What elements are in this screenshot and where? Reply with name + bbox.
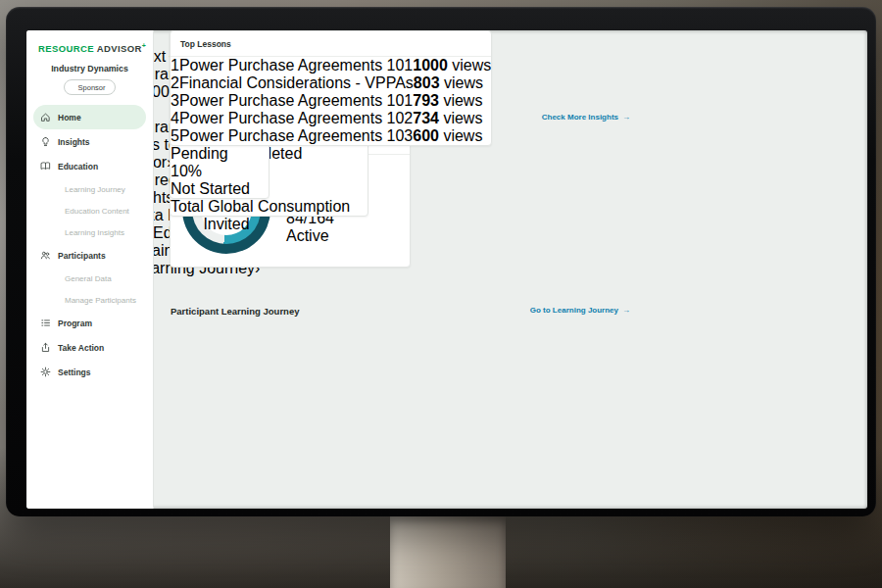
- lesson-views: 793 views: [413, 92, 482, 109]
- top-lessons-list: 1Power Purchase Agreements 1011000 views…: [171, 57, 491, 145]
- sidebar-item-participants[interactable]: Participants: [33, 243, 146, 268]
- main-content: Welcome, Industry Dynamics Program: Indu…: [170, 30, 632, 509]
- lesson-rank: 4: [171, 110, 179, 126]
- sidebar-item-program[interactable]: Program: [33, 311, 146, 335]
- top-lessons-card: Top Lessons 1Power Purchase Agreements 1…: [170, 30, 492, 146]
- lesson-row: 4Power Purchase Agreements 102734 views: [171, 110, 491, 127]
- sponsor-badge[interactable]: Sponsor: [64, 79, 117, 95]
- lesson-title-link[interactable]: Financial Considerations - VPPAs: [179, 74, 414, 91]
- lesson-rank: 2: [171, 74, 179, 91]
- lesson-views: 803 views: [414, 74, 483, 91]
- sidebar-item-home[interactable]: Home: [33, 105, 146, 129]
- dashboard-screen: RESOURCE ADVISOR+ Industry Dynamics Spon…: [26, 30, 867, 509]
- sidebar-item-label: Insights: [58, 137, 90, 147]
- take-action-icon: [40, 342, 51, 353]
- sidebar-nav: HomeInsightsEducationLearning JourneyEdu…: [26, 105, 153, 384]
- monitor-stand: [390, 514, 506, 588]
- sidebar-item-take-action[interactable]: Take Action: [33, 335, 146, 360]
- learning-journey-heading: Participant Learning Journey: [171, 306, 299, 317]
- sidebar-item-education[interactable]: Education: [33, 154, 146, 178]
- sidebar-item-label: Home: [58, 113, 81, 122]
- logo-resource: RESOURCE: [38, 43, 94, 54]
- sidebar-subitem-learning-insights[interactable]: Learning Insights: [26, 221, 153, 243]
- organization-name: Industry Dynamics: [26, 64, 153, 74]
- sidebar-item-label: Education: [58, 162, 98, 172]
- home-icon: [40, 112, 51, 122]
- sidebar-item-label: Take Action: [58, 343, 104, 353]
- stat-label: Total Global Consumption: [171, 198, 368, 216]
- sidebar-item-label: Settings: [58, 368, 91, 377]
- logo-advisor: ADVISOR: [97, 43, 142, 54]
- arrow-right-icon: →: [622, 306, 630, 315]
- legend-label: Active: [286, 227, 362, 245]
- participants-icon: [40, 250, 51, 261]
- legend-label: Pending: [171, 145, 269, 163]
- lesson-title-link[interactable]: Power Purchase Agreements 103: [179, 127, 413, 144]
- lesson-rank: 1: [171, 57, 179, 74]
- education-icon: [40, 161, 51, 172]
- go-to-learning-journey-link[interactable]: Go to Learning Journey→: [530, 306, 630, 315]
- sidebar-subitem-learning-journey[interactable]: Learning Journey: [26, 178, 153, 200]
- lesson-views: 1000 views: [413, 57, 491, 74]
- sidebar-item-label: Program: [58, 318, 92, 328]
- sidebar: RESOURCE ADVISOR+ Industry Dynamics Spon…: [26, 30, 154, 509]
- check-more-insights-label: Check More Insights: [542, 113, 618, 122]
- arrow-right-icon: →: [622, 113, 630, 122]
- sidebar-item-settings[interactable]: Settings: [33, 360, 146, 384]
- lesson-title-link[interactable]: Power Purchase Agreements 101: [179, 57, 413, 74]
- lesson-row: 5Power Purchase Agreements 103600 views: [171, 127, 491, 145]
- lesson-row: 3Power Purchase Agreements 101793 views: [171, 92, 491, 110]
- lesson-views: 734 views: [413, 110, 482, 126]
- top-lessons-title: Top Lessons: [171, 31, 491, 57]
- go-to-learning-journey-label: Go to Learning Journey: [530, 306, 618, 315]
- sidebar-subitem-general-data[interactable]: General Data: [26, 268, 153, 289]
- sidebar-item-insights[interactable]: Insights: [33, 129, 146, 154]
- lesson-row: 2Financial Considerations - VPPAs803 vie…: [171, 74, 491, 92]
- lesson-title-link[interactable]: Power Purchase Agreements 101: [179, 92, 413, 109]
- check-more-insights-link[interactable]: Check More Insights→: [542, 113, 630, 122]
- monitor-bezel: RESOURCE ADVISOR+ Industry Dynamics Spon…: [6, 7, 876, 516]
- lesson-rank: 5: [171, 127, 179, 144]
- legend-label: Not Started: [171, 180, 269, 198]
- lesson-views: 600 views: [413, 127, 482, 144]
- logo-plus: +: [142, 42, 147, 49]
- lesson-title-link[interactable]: Power Purchase Agreements 102: [179, 110, 413, 126]
- program-icon: [40, 318, 51, 328]
- legend-item: 10%Not Started: [171, 163, 269, 198]
- sidebar-subitem-education-content[interactable]: Education Content: [26, 200, 153, 221]
- sidebar-item-label: Participants: [58, 251, 106, 261]
- insights-icon: [40, 136, 51, 147]
- lesson-row: 1Power Purchase Agreements 1011000 views: [171, 57, 491, 74]
- lesson-rank: 3: [171, 92, 179, 109]
- sponsor-label: Sponsor: [78, 83, 106, 92]
- sidebar-subitem-manage-participants[interactable]: Manage Participants: [26, 289, 153, 311]
- app-logo: RESOURCE ADVISOR+: [26, 30, 153, 56]
- settings-icon: [40, 367, 51, 377]
- legend-value: 10%: [171, 163, 202, 179]
